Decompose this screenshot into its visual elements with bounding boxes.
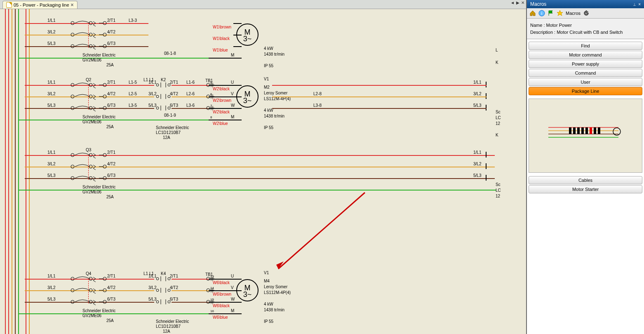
cable-label: W6\blue	[213, 315, 228, 320]
svg-point-46	[168, 107, 170, 109]
wire	[148, 290, 154, 291]
schematic-canvas[interactable]: 1/L12/T1L3-33/L24/T25/L36/T3M08-1-8Schne…	[0, 9, 526, 334]
svg-point-54	[71, 153, 74, 157]
terminal-label: 4/T2	[107, 162, 115, 166]
svg-line-105	[278, 193, 365, 269]
svg-text:i: i	[541, 11, 542, 16]
tb-number: 16	[210, 309, 214, 313]
wire	[233, 58, 242, 59]
cable-label: W1\blue	[213, 48, 228, 52]
wire-label: L1-5	[129, 80, 137, 85]
btn-cables[interactable]: Cables	[529, 176, 642, 184]
terminal-label: 2/T1	[107, 18, 115, 23]
wire	[111, 155, 148, 156]
tb-number: 8	[210, 115, 212, 119]
wire	[233, 35, 242, 35]
motor-info: Leroy Somer	[264, 285, 287, 289]
wire-label: L1-6	[186, 80, 195, 85]
model-label: LC1D1210B7	[156, 130, 181, 135]
btn-package-line[interactable]: Package Line	[529, 87, 642, 95]
terminal-label: 6/T3	[107, 41, 115, 46]
btn-power-supply[interactable]: Power supply	[529, 60, 642, 68]
bus-tick	[486, 152, 487, 158]
svg-point-23	[207, 83, 210, 87]
terminal-label: 3/L2	[47, 30, 55, 34]
bus-vertical	[15, 9, 16, 334]
wire-label: L3-3	[129, 18, 137, 23]
page-ref: Sc	[496, 182, 501, 187]
tb-number: 15	[210, 298, 214, 301]
star-icon[interactable]	[557, 10, 563, 16]
terminal-label: 5/L3	[47, 173, 55, 178]
svg-point-62	[71, 176, 74, 180]
svg-point-86	[207, 289, 210, 292]
page-ref: LC	[496, 188, 501, 193]
svg-point-98	[207, 300, 210, 303]
cable-label: W1\black	[213, 36, 230, 41]
svg-point-73	[168, 278, 170, 280]
tab-close-all-icon[interactable]: ✕	[521, 0, 524, 5]
info-icon[interactable]: i	[538, 10, 545, 16]
mfr-label: Schneider Electric	[82, 115, 116, 119]
tb-number: 7	[210, 104, 212, 108]
wire	[233, 85, 242, 86]
terminal-label: 1/L1	[47, 18, 55, 23]
wire	[111, 85, 148, 86]
terminal-label: 5/L3	[148, 103, 156, 108]
svg-point-35	[207, 95, 210, 98]
wire	[272, 96, 487, 97]
panel-close-icon[interactable]: ×	[638, 2, 641, 7]
btn-user[interactable]: User	[529, 78, 642, 86]
wire	[209, 58, 233, 59]
svg-rect-117	[581, 127, 584, 134]
terminal-label: 3/L2	[47, 162, 55, 166]
tab-prev-icon[interactable]: ◄	[510, 0, 515, 5]
motor-terminal: W	[231, 103, 235, 108]
svg-point-0	[71, 21, 74, 25]
mfr-label: Schneider Electric	[156, 125, 189, 130]
wire	[172, 96, 209, 97]
svg-rect-115	[573, 127, 576, 134]
terminal-label: 5/L3	[47, 103, 55, 108]
breaker-link	[88, 279, 89, 303]
tab-next-icon[interactable]: ▶	[516, 0, 519, 5]
svg-point-70	[156, 278, 159, 280]
wire	[172, 279, 209, 280]
panel-header: Macros ⟂ ×	[527, 0, 644, 8]
tab-close-icon[interactable]: ×	[71, 2, 74, 8]
refresh-icon[interactable]	[583, 10, 590, 16]
wire	[233, 23, 242, 24]
svg-point-27	[71, 95, 74, 98]
pe-wire	[18, 120, 239, 120]
motor-info: 4 kW	[264, 46, 273, 51]
btn-motor-starter[interactable]: Motor Starter	[529, 185, 642, 193]
pin-icon[interactable]: ⟂	[633, 2, 636, 7]
flag-icon[interactable]	[548, 10, 554, 16]
home-icon[interactable]	[529, 10, 536, 16]
tab-power-packaging[interactable]: 05 - Power - Packaging line ×	[2, 1, 78, 9]
svg-point-8	[71, 45, 74, 48]
svg-point-66	[71, 277, 74, 280]
motor-terminal: M	[231, 308, 234, 313]
model-label: LC1D1210B7	[156, 324, 181, 329]
terminal-label: 6/T3	[170, 297, 178, 301]
motor-terminal: U	[231, 80, 234, 85]
btn-motor-command[interactable]: Motor command	[529, 51, 642, 59]
tab-bar: 05 - Power - Packaging line × ◄ ▶ ✕	[0, 0, 526, 9]
macros-panel: Macros ⟂ × i Macros Name : Motor Power D…	[526, 0, 644, 334]
motor-info: 4 kW	[264, 302, 273, 306]
btn-find[interactable]: Find	[529, 42, 642, 50]
svg-point-94	[156, 301, 159, 303]
annotation-arrow	[272, 191, 367, 275]
svg-point-74	[207, 277, 210, 280]
terminal-label: 6/T3	[107, 297, 115, 301]
btn-command[interactable]: Command	[529, 69, 642, 77]
svg-rect-121	[598, 127, 600, 134]
motor-info: LS112M-4P(4)	[264, 290, 291, 295]
svg-point-6	[103, 33, 106, 36]
svg-point-78	[71, 289, 74, 292]
wire	[272, 108, 487, 109]
terminal-label: 3/L2	[47, 92, 55, 96]
l1-label: L1 L1	[143, 271, 154, 276]
wire	[233, 313, 242, 314]
